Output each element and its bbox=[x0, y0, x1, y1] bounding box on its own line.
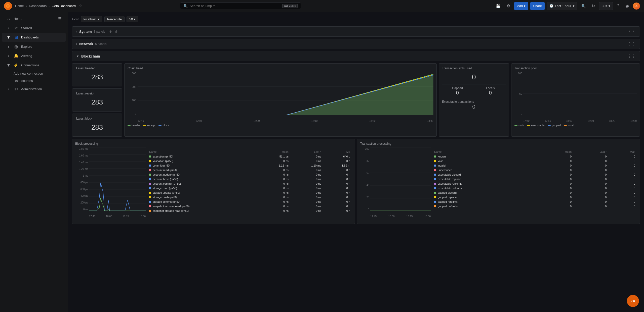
sidebar-data-sources-label: Data sources bbox=[14, 79, 33, 83]
sidebar-home-toggle: ☰ bbox=[58, 16, 62, 21]
x-label-1820: 18:20 bbox=[369, 120, 376, 122]
tp-row-max: 0 bbox=[608, 177, 637, 181]
network-section-header[interactable]: › Network 6 panels ⋮⋮ bbox=[72, 39, 640, 49]
search-bar[interactable]: 🔍 ⌨ ctrl+k bbox=[180, 3, 301, 9]
rss-button[interactable]: ◉ bbox=[623, 2, 631, 10]
system-gear-icon[interactable]: ⚙ bbox=[109, 30, 112, 33]
refresh-interval[interactable]: 30s ▾ bbox=[599, 2, 613, 10]
block-processing-content: 1.80 ms 1.60 ms 1.40 ms 1.20 ms 1 ms 800… bbox=[75, 147, 352, 218]
add-button[interactable]: Add ▾ bbox=[514, 2, 528, 10]
tp-row-mean: 0 bbox=[539, 168, 573, 172]
sidebar-item-alerting[interactable]: › 🔔 Alerting bbox=[2, 51, 66, 60]
legend-gapped: gapped bbox=[548, 124, 561, 127]
time-range-picker[interactable]: 🕐 Last 1 hour ▾ bbox=[547, 2, 577, 10]
sidebar-item-explore[interactable]: › ◎ Explore bbox=[2, 42, 66, 51]
add-chevron: ▾ bbox=[524, 4, 526, 8]
floating-action-button[interactable]: ZA bbox=[627, 295, 639, 307]
tp-col-max: Max bbox=[608, 149, 637, 154]
host-select[interactable]: localhost ▾ bbox=[81, 16, 102, 22]
blockchain-section-header[interactable]: ▼ Blockchain ⋮⋮ bbox=[72, 51, 640, 61]
percentile-label: Percentile bbox=[107, 17, 122, 21]
search-input[interactable] bbox=[190, 4, 280, 8]
tp-row-name: executable ratelimit bbox=[433, 181, 539, 186]
tp-row-name: gapped replace bbox=[433, 195, 539, 199]
bp-row-name: account hash (p=50) bbox=[148, 177, 258, 181]
bp-row-mean: 0 ns bbox=[258, 190, 290, 195]
time-range-label: Last 1 hour bbox=[555, 4, 571, 8]
block-proc-x-axis: 17:45 18:00 18:15 18:30 bbox=[89, 215, 146, 218]
share-button[interactable]: Share bbox=[530, 2, 545, 10]
tp-y-0: 0 bbox=[360, 208, 370, 211]
blockchain-row-1: Latest header 283 Latest receipt 283 Lat… bbox=[72, 63, 640, 137]
color-dot bbox=[434, 160, 436, 162]
main-layout: ⌂ Home ☰ › ☆ Starred ▼ ⊞ Dashboards › ◎ … bbox=[0, 12, 644, 312]
question-button[interactable]: ? bbox=[615, 2, 621, 10]
table-row: storage hash (p=50) 0 ns 0 ns 0 n bbox=[148, 195, 352, 199]
settings-button[interactable]: ⚙ bbox=[505, 2, 512, 10]
tp-row-name: executable replace bbox=[433, 177, 539, 181]
legend-slots-label: slots bbox=[518, 124, 524, 127]
tx-pool-legend: slots executable gapped local bbox=[514, 124, 637, 127]
chain-head-y-axis: 300 200 100 0 bbox=[128, 72, 138, 115]
bp-row-max: 0 n bbox=[323, 181, 352, 186]
percentile-value-select[interactable]: 50 ▾ bbox=[127, 16, 138, 22]
row-name-text: executable nofunds bbox=[438, 187, 462, 190]
bp-y-160: 1.60 ms bbox=[75, 154, 89, 157]
row-name-text: execution (p=50) bbox=[153, 155, 173, 158]
color-dot bbox=[149, 196, 151, 198]
row-name-text: commit (p=50) bbox=[153, 164, 171, 167]
bp-row-last: 0 ns bbox=[290, 186, 323, 190]
bp-x-1830: 18:30 bbox=[139, 215, 146, 218]
color-dot bbox=[149, 183, 151, 185]
star-icon[interactable]: ☆ bbox=[79, 4, 82, 8]
legend-header-color bbox=[128, 125, 131, 126]
latest-block-title: Latest block bbox=[76, 117, 118, 120]
row-name-text: invalid bbox=[438, 164, 446, 167]
topbar: Home › Dashboards › Geth Dashboard ☆ 🔍 ⌨… bbox=[0, 0, 644, 12]
sidebar-sub-add-connection[interactable]: Add new connection bbox=[2, 70, 66, 77]
sidebar-item-dashboards[interactable]: ▼ ⊞ Dashboards bbox=[2, 33, 66, 42]
bp-row-last: 0 ns bbox=[290, 195, 323, 199]
left-stat-panels: Latest header 283 Latest receipt 283 Lat… bbox=[72, 63, 122, 137]
sidebar-sub-data-sources[interactable]: Data sources bbox=[2, 77, 66, 84]
percentile-button[interactable]: Percentile bbox=[104, 16, 125, 22]
block-proc-table: Name Mean Last * Ma execution (p=50) 51.… bbox=[148, 149, 352, 213]
pool-y-100: 100 bbox=[514, 72, 523, 75]
system-trash-icon[interactable]: 🗑 bbox=[115, 30, 118, 33]
sidebar-admin-label: Administration bbox=[21, 87, 42, 91]
sidebar-item-connections[interactable]: ▼ ⚡ Connections bbox=[2, 61, 66, 70]
refresh-button[interactable]: ↻ bbox=[590, 2, 597, 10]
tp-y-60: 60 bbox=[360, 172, 370, 174]
tp-row-name: gapped nofunds bbox=[433, 204, 539, 209]
tx-processing-panel: Transaction processing 100 80 60 40 20 0 bbox=[357, 139, 640, 224]
table-row: executable discard 0 0 0 bbox=[433, 172, 637, 177]
tx-proc-chart-area bbox=[370, 147, 431, 211]
sidebar-dashboards-label: Dashboards bbox=[21, 35, 39, 39]
tp-x-1830: 18:30 bbox=[424, 215, 431, 218]
row-name-text: executable discard bbox=[438, 173, 461, 176]
latest-receipt-value: 283 bbox=[76, 96, 118, 108]
block-proc-chart-area bbox=[89, 147, 146, 211]
blockchain-triangle-icon: ▼ bbox=[76, 55, 79, 58]
breadcrumb-dashboards[interactable]: Dashboards bbox=[29, 4, 47, 8]
zoom-out-button[interactable]: 🔍 bbox=[579, 2, 588, 10]
gapped-locals-row: Gapped 0 Locals 0 bbox=[442, 84, 506, 96]
sidebar-item-administration[interactable]: › ⚙ Administration bbox=[2, 85, 66, 93]
bp-row-mean: 0 ns bbox=[258, 172, 290, 177]
grafana-logo[interactable] bbox=[4, 2, 12, 10]
bp-row-mean: 0 ns bbox=[258, 199, 290, 204]
system-section-header[interactable]: › System 3 panels ⚙ 🗑 ⋮⋮ bbox=[72, 26, 640, 37]
tx-pool-chart: 100 50 0 17:40 17:50 18:00 18: bbox=[514, 72, 637, 122]
avatar[interactable]: A bbox=[633, 3, 640, 10]
color-dot bbox=[434, 187, 436, 189]
legend-gapped-color bbox=[548, 125, 551, 126]
breadcrumb-home[interactable]: Home bbox=[15, 4, 24, 8]
percentile-value: 50 bbox=[129, 17, 133, 21]
sidebar-item-starred[interactable]: › ☆ Starred bbox=[2, 24, 66, 32]
tp-row-last: 0 bbox=[573, 177, 608, 181]
tp-row-name: executable discard bbox=[433, 172, 539, 177]
sidebar-item-home[interactable]: ⌂ Home ☰ bbox=[2, 14, 66, 23]
bp-row-last: 0 ns bbox=[290, 190, 323, 195]
main-content: Host localhost ▾ Percentile 50 ▾ › Syste… bbox=[68, 12, 644, 312]
save-button[interactable]: 💾 bbox=[494, 2, 503, 10]
